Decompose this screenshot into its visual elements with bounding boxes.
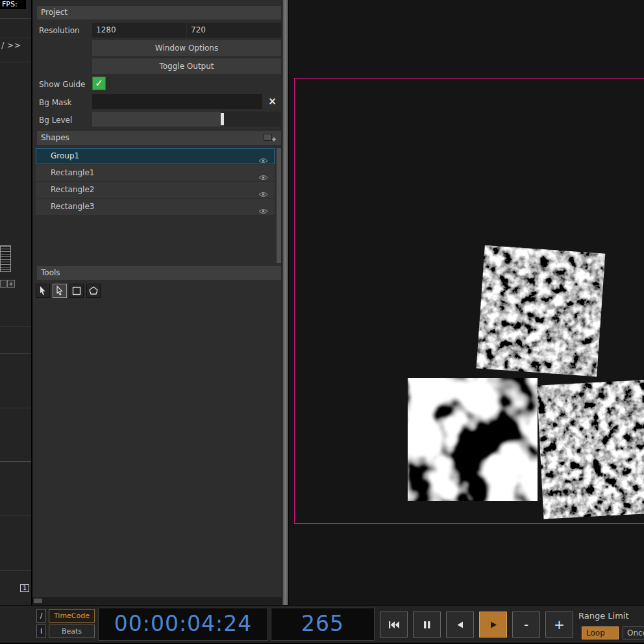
play-reverse-icon — [455, 620, 465, 630]
panel-splitter[interactable] — [282, 0, 288, 605]
frame-counter-display[interactable]: 265 — [271, 608, 375, 641]
play-reverse-button[interactable] — [446, 612, 474, 638]
rail-expand-control[interactable]: / >> — [1, 40, 21, 50]
loop-button[interactable]: Loop — [582, 626, 619, 639]
eye-icon — [258, 192, 268, 197]
fps-label: FPS: — [0, 0, 26, 9]
rewind-icon — [388, 620, 400, 630]
slash-button[interactable]: / — [36, 609, 46, 623]
shape-row[interactable]: Rectangle1 — [36, 165, 275, 181]
once-button[interactable]: Once — [623, 626, 644, 639]
mini-add-button[interactable]: + — [7, 280, 15, 288]
divider — [0, 18, 31, 19]
rewind-button[interactable] — [380, 612, 408, 638]
divider — [0, 408, 31, 408]
show-guide-label: Show Guide — [39, 80, 85, 89]
play-icon — [488, 620, 498, 630]
mapped-shape-rectangle1[interactable] — [477, 245, 606, 377]
vertex-select-tool-button[interactable] — [53, 284, 67, 298]
eye-icon — [258, 208, 268, 214]
shape-visibility-toggle[interactable] — [258, 204, 268, 220]
bg-level-thumb[interactable] — [221, 113, 224, 125]
timecode-display[interactable]: 00:00:04:24 — [98, 608, 268, 641]
mini-scroll-widget[interactable] — [0, 245, 11, 272]
divider — [0, 62, 31, 62]
polygon-tool-button[interactable] — [86, 284, 101, 298]
bg-mask-clear-button[interactable]: × — [264, 94, 281, 109]
decrement-button[interactable]: - — [512, 612, 540, 638]
shape-row-label: Rectangle3 — [51, 202, 94, 211]
divider — [0, 515, 31, 516]
resolution-label: Resolution — [39, 26, 80, 35]
panel-horizontal-scrollbar[interactable] — [32, 597, 282, 605]
divider — [0, 570, 31, 571]
resolution-width-input[interactable]: 1280 — [92, 23, 186, 38]
vertex-select-tool-icon — [55, 286, 65, 296]
scrollbar-thumb[interactable] — [34, 599, 42, 603]
application-window: FPS: / >> + 1 Project Resolution 1280 72… — [0, 0, 644, 644]
project-section-header: Project — [37, 6, 281, 19]
pause-icon — [422, 620, 432, 630]
window-options-button[interactable]: Window Options — [92, 40, 281, 56]
marker-button[interactable]: I — [36, 625, 46, 638]
mini-button[interactable] — [0, 280, 6, 288]
bg-level-slider[interactable] — [92, 112, 281, 127]
bg-level-fill — [92, 112, 221, 127]
minus-label: - — [524, 618, 528, 631]
select-tool-button[interactable] — [36, 284, 50, 298]
add-shape-button[interactable] — [263, 132, 277, 144]
show-guide-checkbox[interactable]: ✓ — [92, 77, 106, 90]
increment-button[interactable]: + — [545, 612, 573, 638]
range-limit-label: Range Limit — [578, 611, 629, 621]
timeline-bar: / I TimeCode Beats 00:00:04:24 265 — [0, 605, 644, 643]
rectangle-tool-icon — [71, 286, 82, 296]
polygon-tool-icon — [88, 286, 99, 296]
track-number: 1 — [20, 584, 29, 592]
mapped-shape-rectangle2[interactable] — [408, 378, 538, 501]
play-button[interactable] — [479, 612, 507, 638]
timecode-mode-button[interactable]: TimeCode — [49, 609, 95, 623]
bg-mask-label: Bg Mask — [39, 98, 72, 107]
beats-mode-button[interactable]: Beats — [49, 625, 95, 638]
resolution-height-input[interactable]: 720 — [187, 23, 281, 38]
eye-icon — [258, 158, 268, 164]
tools-section-header: Tools — [37, 266, 281, 280]
project-panel: Project Resolution 1280 720 Window Optio… — [32, 0, 282, 597]
shape-row-label: Rectangle2 — [51, 185, 94, 194]
divider — [0, 326, 31, 327]
bg-level-label: Bg Level — [39, 116, 72, 125]
divider — [0, 353, 31, 354]
eye-icon — [258, 175, 268, 180]
rectangle-tool-button[interactable] — [69, 284, 84, 298]
shapes-list-scrollbar[interactable] — [277, 148, 281, 263]
mapped-shape-rectangle3[interactable] — [537, 379, 644, 519]
pause-button[interactable] — [413, 612, 441, 638]
shape-row[interactable]: Rectangle3 — [36, 199, 275, 215]
shape-row[interactable]: Rectangle2 — [36, 182, 275, 198]
check-icon: ✓ — [95, 77, 103, 89]
bg-mask-input[interactable] — [92, 94, 262, 109]
clear-icon: × — [268, 95, 277, 107]
toggle-output-button[interactable]: Toggle Output — [92, 58, 281, 74]
divider — [0, 38, 31, 38]
shapes-section-header: Shapes — [37, 131, 281, 145]
select-tool-icon — [38, 286, 48, 296]
shape-row-label: Rectangle1 — [51, 168, 94, 177]
preview-canvas[interactable] — [289, 0, 644, 605]
shape-row-label: Group1 — [51, 151, 79, 160]
left-rail: FPS: / >> + 1 — [0, 0, 31, 605]
shape-row[interactable]: Group1 — [36, 148, 275, 164]
add-shape-icon — [263, 132, 277, 144]
plus-label: + — [554, 618, 565, 631]
track-highlight-divider — [0, 461, 31, 462]
